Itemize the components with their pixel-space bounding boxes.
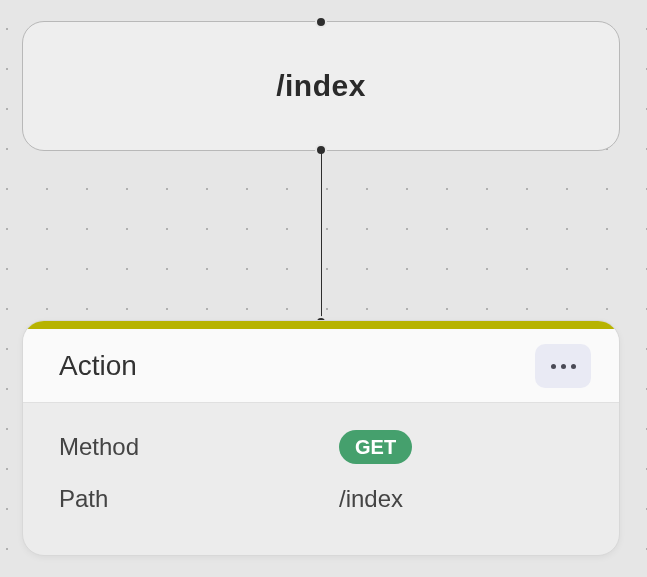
route-label: /index bbox=[276, 69, 366, 103]
route-node[interactable]: /index bbox=[22, 21, 620, 151]
port-route-top[interactable] bbox=[315, 16, 327, 28]
property-label: Method bbox=[59, 433, 339, 461]
property-label: Path bbox=[59, 485, 339, 513]
property-value-method: GET bbox=[339, 437, 412, 458]
method-badge: GET bbox=[339, 430, 412, 464]
property-value-path: /index bbox=[339, 485, 403, 513]
action-header: Action bbox=[23, 329, 619, 403]
action-node[interactable]: Action Method GET Path /index bbox=[22, 320, 620, 556]
ellipsis-horizontal-icon bbox=[551, 364, 576, 369]
more-button[interactable] bbox=[535, 344, 591, 388]
action-accent-bar bbox=[23, 321, 619, 329]
action-body: Method GET Path /index bbox=[23, 403, 619, 555]
edge-route-to-action[interactable] bbox=[321, 152, 322, 320]
action-title: Action bbox=[59, 350, 137, 382]
property-row-path: Path /index bbox=[59, 473, 583, 525]
flow-canvas[interactable]: /index Action Method GET Path bbox=[0, 0, 647, 577]
property-row-method: Method GET bbox=[59, 421, 583, 473]
